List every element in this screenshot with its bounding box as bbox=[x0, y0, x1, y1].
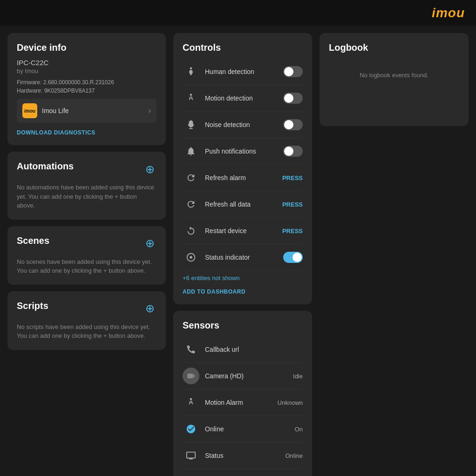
status-indicator-icon bbox=[183, 249, 199, 266]
motion-alarm-icon bbox=[183, 394, 199, 411]
noise-detection-toggle[interactable] bbox=[283, 119, 303, 130]
sensors-title: Sensors bbox=[183, 320, 303, 331]
online-icon bbox=[183, 421, 199, 437]
push-notifications-toggle[interactable] bbox=[283, 146, 303, 157]
imou-life-row[interactable]: imou Imou Life › bbox=[17, 99, 156, 123]
camera-hd-label: Camera (HD) bbox=[205, 372, 293, 380]
status-value: Online bbox=[285, 452, 303, 459]
status-icon bbox=[183, 447, 199, 464]
restart-device-label: Restart device bbox=[205, 227, 282, 235]
control-noise-detection: Noise detection bbox=[183, 112, 303, 138]
device-hardware: Hardware: 9K0258DPBV8A137 bbox=[17, 87, 156, 94]
header: imou bbox=[0, 0, 476, 26]
control-human-detection: Human detection bbox=[183, 59, 303, 85]
push-notifications-label: Push notifications bbox=[205, 147, 283, 155]
imou-life-label: Imou Life bbox=[42, 107, 149, 114]
motion-detection-label: Motion detection bbox=[205, 94, 283, 102]
scenes-card: Scenes ⊕ No scenes have been added using… bbox=[7, 226, 166, 285]
scripts-card: Scripts ⊕ No scripts have been added usi… bbox=[7, 291, 166, 350]
control-refresh-alarm: Refresh alarm PRESS bbox=[183, 165, 303, 191]
scenes-empty-text: No scenes have been added using this dev… bbox=[17, 257, 156, 275]
scripts-title: Scripts bbox=[17, 301, 48, 311]
automations-card: Automations ⊕ No automations have been a… bbox=[7, 152, 166, 220]
noise-detection-label: Noise detection bbox=[205, 121, 283, 128]
scenes-title: Scenes bbox=[17, 235, 49, 246]
callback-url-label: Callback url bbox=[205, 346, 303, 353]
status-indicator-toggle[interactable] bbox=[283, 252, 303, 263]
scenes-header: Scenes ⊕ bbox=[17, 235, 156, 252]
callback-url-icon bbox=[183, 341, 199, 358]
controls-title: Controls bbox=[183, 42, 303, 53]
sensor-callback-url: Callback url bbox=[183, 336, 303, 363]
status-indicator-label: Status indicator bbox=[205, 254, 283, 261]
device-info-card: Device info IPC-C22C by Imou Firmware: 2… bbox=[7, 33, 166, 145]
device-firmware: Firmware: 2.680.0000000.30.R.231026 bbox=[17, 79, 156, 86]
svg-point-2 bbox=[190, 256, 192, 259]
device-model: IPC-C22C bbox=[17, 59, 156, 67]
control-motion-detection: Motion detection bbox=[183, 85, 303, 112]
chevron-right-icon: › bbox=[149, 107, 151, 115]
camera-hd-value: Idle bbox=[293, 373, 303, 380]
logbook-no-events: No logbook events found. bbox=[329, 72, 459, 79]
svg-point-1 bbox=[190, 94, 192, 96]
logo: imou bbox=[432, 6, 465, 20]
sensor-storage-used: Storage used 94% bbox=[183, 469, 303, 476]
sensor-status: Status Online bbox=[183, 442, 303, 469]
sensor-online: Online On bbox=[183, 416, 303, 442]
online-label: Online bbox=[205, 425, 295, 433]
human-detection-icon bbox=[183, 63, 199, 80]
logbook-title: Logbook bbox=[329, 42, 459, 53]
automations-header: Automations ⊕ bbox=[17, 161, 156, 177]
restart-device-icon bbox=[183, 222, 199, 239]
noise-detection-icon bbox=[183, 116, 199, 133]
online-value: On bbox=[295, 426, 303, 433]
sensor-camera-hd: Camera (HD) Idle bbox=[183, 363, 303, 389]
restart-device-press-button[interactable]: PRESS bbox=[282, 228, 303, 235]
logbook-card: Logbook No logbook events found. bbox=[320, 33, 469, 126]
human-detection-label: Human detection bbox=[205, 68, 283, 75]
refresh-all-data-label: Refresh all data bbox=[205, 201, 282, 208]
refresh-alarm-label: Refresh alarm bbox=[205, 174, 282, 181]
automations-title: Automations bbox=[17, 161, 74, 172]
controls-entities-not-shown[interactable]: +6 entities not shown bbox=[183, 275, 240, 282]
controls-add-to-dashboard-button[interactable]: ADD TO DASHBOARD bbox=[183, 288, 303, 295]
camera-thumbnail bbox=[183, 368, 199, 384]
sensor-motion-alarm: Motion Alarm Unknown bbox=[183, 389, 303, 416]
svg-point-0 bbox=[190, 67, 192, 69]
controls-card: Controls Human detection Motion detectio… bbox=[173, 33, 312, 304]
add-automation-button[interactable]: ⊕ bbox=[143, 163, 156, 176]
motion-detection-toggle[interactable] bbox=[283, 93, 303, 104]
control-push-notifications: Push notifications bbox=[183, 138, 303, 165]
svg-point-3 bbox=[190, 398, 192, 400]
device-info-title: Device info bbox=[17, 42, 156, 53]
control-status-indicator: Status indicator bbox=[183, 244, 303, 271]
device-by: by Imou bbox=[17, 67, 156, 74]
motion-detection-icon bbox=[183, 90, 199, 107]
automations-empty-text: No automations have been added using thi… bbox=[17, 183, 156, 210]
status-label: Status bbox=[205, 452, 285, 459]
refresh-alarm-press-button[interactable]: PRESS bbox=[282, 174, 303, 181]
imou-logo: imou bbox=[22, 103, 37, 118]
scripts-header: Scripts ⊕ bbox=[17, 301, 156, 317]
sensors-card: Sensors Callback url Camera (HD) Idle bbox=[173, 311, 312, 476]
scripts-empty-text: No scripts have been added using this de… bbox=[17, 322, 156, 341]
push-notifications-icon bbox=[183, 143, 199, 160]
control-refresh-all-data: Refresh all data PRESS bbox=[183, 191, 303, 218]
motion-alarm-label: Motion Alarm bbox=[205, 399, 278, 406]
download-diagnostics-button[interactable]: DOWNLOAD DIAGNOSTICS bbox=[17, 129, 156, 136]
add-script-button[interactable]: ⊕ bbox=[143, 302, 156, 315]
control-restart-device: Restart device PRESS bbox=[183, 218, 303, 244]
motion-alarm-value: Unknown bbox=[278, 399, 303, 406]
add-scene-button[interactable]: ⊕ bbox=[143, 237, 156, 250]
refresh-all-data-icon bbox=[183, 196, 199, 213]
human-detection-toggle[interactable] bbox=[283, 66, 303, 77]
refresh-all-data-press-button[interactable]: PRESS bbox=[282, 201, 303, 208]
refresh-alarm-icon bbox=[183, 169, 199, 186]
storage-used-icon bbox=[183, 474, 199, 476]
